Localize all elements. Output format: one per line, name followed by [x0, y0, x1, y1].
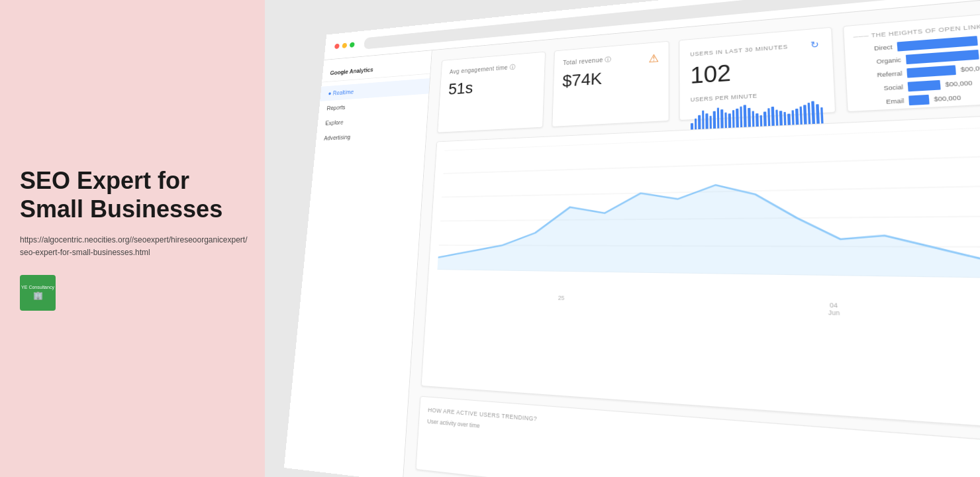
- favicon: YE Consultancy 🏢: [20, 275, 56, 311]
- users-count: 102: [690, 53, 821, 89]
- analytics-panel: Google Analytics ● Realtime Reports Expl…: [265, 0, 980, 477]
- page-url: https://algocentric.neocities.org//seoex…: [20, 234, 245, 259]
- x-label-25: 25: [558, 295, 564, 308]
- svg-line-0: [445, 126, 980, 150]
- mini-bar: [744, 105, 747, 130]
- engagement-label: Avg engagement time ⓘ: [450, 62, 536, 76]
- analytics-dashboard: Google Analytics ● Realtime Reports Expl…: [284, 0, 980, 477]
- revenue-label: Total revenue ⓘ ⚠: [563, 52, 659, 68]
- chart-row: 5K 4K 3K 2K 1K 0 25 04Jun: [421, 114, 980, 432]
- right-stats-card: ─── The heights of open link use Direct …: [843, 11, 980, 113]
- page-title: SEO Expert for Small Businesses: [20, 166, 245, 223]
- line-chart-svg: [437, 126, 980, 278]
- revenue-card: Total revenue ⓘ ⚠ $74K: [552, 41, 669, 127]
- horizontal-bars: Direct $00,000 Organic $00,000 Referral …: [854, 33, 980, 108]
- mini-bar: [740, 107, 742, 130]
- users-realtime-card: USERS IN LAST 30 MINUTES ↻ 102 USERS PER…: [679, 27, 836, 121]
- analytics-content: Avg engagement time ⓘ 51s Total revenue …: [403, 0, 980, 477]
- mini-bar: [812, 101, 816, 127]
- revenue-value: $74K: [562, 65, 659, 91]
- engagement-value: 51s: [448, 74, 535, 99]
- x-axis-labels: 25 04Jun: [446, 292, 980, 321]
- mini-bar: [717, 108, 720, 131]
- refresh-icon[interactable]: ↻: [810, 39, 820, 50]
- mini-bar: [808, 103, 811, 127]
- warning-icon: ⚠: [648, 52, 659, 66]
- svg-line-1: [443, 156, 980, 174]
- line-chart-card: 5K 4K 3K 2K 1K 0 25 04Jun: [421, 114, 980, 432]
- x-label-04jun: 04Jun: [828, 301, 840, 317]
- analytics-main: Google Analytics ● Realtime Reports Expl…: [284, 0, 980, 477]
- engagement-card: Avg engagement time ⓘ 51s: [437, 52, 545, 133]
- left-panel: SEO Expert for Small Businesses https://…: [0, 0, 265, 477]
